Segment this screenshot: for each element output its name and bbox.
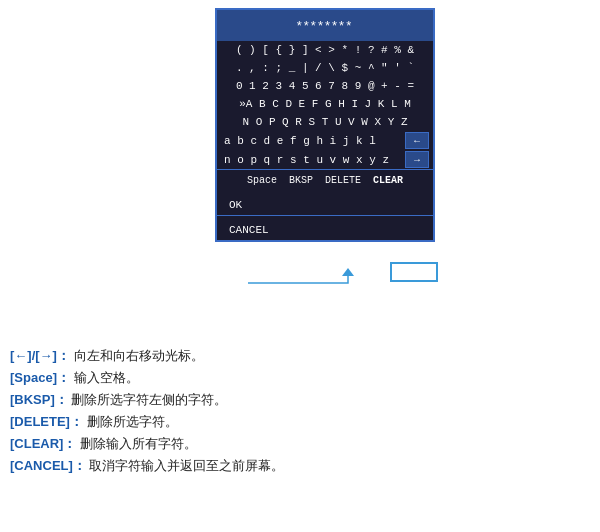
desc-bracket-4: [DELETE]： xyxy=(10,414,83,429)
desc-text-5: 删除输入所有字符。 xyxy=(80,436,197,451)
key-row-3: 0 1 2 3 4 5 6 7 8 9 @ + - = xyxy=(217,77,433,95)
main-container: ******** ( ) [ { } ] < > * ! ? # % & . ,… xyxy=(0,0,600,532)
desc-bracket-2: [Space]： xyxy=(10,370,70,385)
password-text: ******** xyxy=(297,18,353,33)
desc-bracket-3: [BKSP]： xyxy=(10,392,68,407)
desc-line-6: [CANCEL]： 取消字符输入并返回至之前屏幕。 xyxy=(10,455,590,477)
key-char[interactable]: N O P Q R S T U V W X Y Z xyxy=(239,115,410,129)
key-row-2: . , : ; _ | / \ $ ~ ^ " ' ` xyxy=(217,59,433,77)
space-button[interactable]: Space xyxy=(244,173,280,188)
desc-line-4: [DELETE]： 删除所选字符。 xyxy=(10,411,590,433)
bksp-button[interactable]: BKSP xyxy=(286,173,316,188)
desc-bracket-6: [CANCEL]： xyxy=(10,458,86,473)
keyboard-panel: ******** ( ) [ { } ] < > * ! ? # % & . ,… xyxy=(215,8,435,242)
desc-text-2: 输入空格。 xyxy=(74,370,139,385)
svg-marker-0 xyxy=(342,268,354,276)
ok-button[interactable]: OK xyxy=(225,197,246,213)
action-row: Space BKSP DELETE CLEAR xyxy=(217,169,433,191)
right-arrow-button[interactable]: → xyxy=(405,151,429,168)
desc-bracket-5: [CLEAR]： xyxy=(10,436,76,451)
key-row-7[interactable]: n o p q r s t u v w x y z xyxy=(221,153,403,167)
description-section: [←]/[→]： 向左和向右移动光标。 [Space]： 输入空格。 [BKSP… xyxy=(10,345,590,478)
delete-button[interactable]: DELETE xyxy=(322,173,364,188)
clear-button[interactable]: CLEAR xyxy=(370,173,406,188)
desc-text-1: 向左和向右移动光标。 xyxy=(74,348,204,363)
desc-bracket-1: [←]/[→]： xyxy=(10,348,70,363)
key-char[interactable]: . , : ; _ | / \ $ ~ ^ " ' ` xyxy=(233,61,417,75)
clear-highlight-box xyxy=(390,262,438,282)
cancel-row: CANCEL xyxy=(217,215,433,240)
key-row-7-container: n o p q r s t u v w x y z → xyxy=(217,150,433,169)
key-row-5: N O P Q R S T U V W X Y Z xyxy=(217,113,433,131)
desc-text-3: 删除所选字符左侧的字符。 xyxy=(71,392,227,407)
key-row-4: »A B C D E F G H I J K L M xyxy=(217,95,433,113)
password-display: ******** xyxy=(217,10,433,41)
desc-text-4: 删除所选字符。 xyxy=(87,414,178,429)
key-char[interactable]: »A B C D E F G H I J K L M xyxy=(236,97,414,111)
key-char[interactable]: 0 1 2 3 4 5 6 7 8 9 @ + - = xyxy=(233,79,417,93)
ok-row: OK xyxy=(217,191,433,215)
desc-line-2: [Space]： 输入空格。 xyxy=(10,367,590,389)
key-row-6[interactable]: a b c d e f g h i j k l xyxy=(221,134,403,148)
desc-line-5: [CLEAR]： 删除输入所有字符。 xyxy=(10,433,590,455)
key-row-6-container: a b c d e f g h i j k l ← xyxy=(217,131,433,150)
cancel-button[interactable]: CANCEL xyxy=(225,222,273,238)
annotation-arrow xyxy=(248,268,388,298)
key-row-1: ( ) [ { } ] < > * ! ? # % & xyxy=(217,41,433,59)
left-arrow-button[interactable]: ← xyxy=(405,132,429,149)
desc-line-1: [←]/[→]： 向左和向右移动光标。 xyxy=(10,345,590,367)
desc-text-6: 取消字符输入并返回至之前屏幕。 xyxy=(89,458,284,473)
key-char[interactable]: ( ) [ { } ] < > * ! ? # % & xyxy=(233,43,417,57)
desc-line-3: [BKSP]： 删除所选字符左侧的字符。 xyxy=(10,389,590,411)
